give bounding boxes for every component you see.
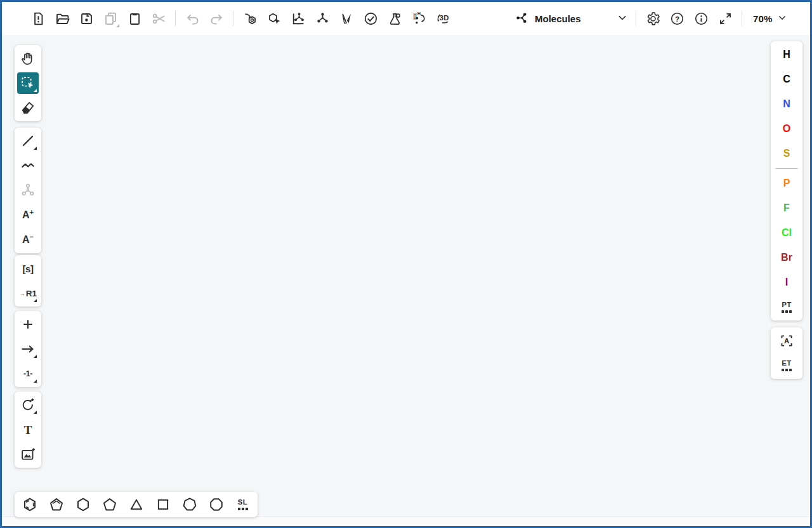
right-panel-atoms: H C N O S P F Cl Br I PT — [771, 41, 802, 320]
canvas-footer-strip — [2, 517, 810, 526]
3d-viewer-button[interactable]: 3D — [432, 8, 454, 29]
template-cyclopropane-button[interactable] — [124, 494, 148, 515]
dearomatize-button[interactable] — [311, 8, 333, 29]
reaction-plus-tool-button[interactable] — [17, 314, 39, 335]
template-benzene-button[interactable] — [17, 494, 42, 515]
save-button[interactable] — [75, 8, 97, 29]
bond-tool-button[interactable] — [17, 130, 39, 152]
erase-tool-button[interactable] — [17, 97, 39, 119]
atom-symbol: F — [783, 202, 790, 214]
atom-button-s[interactable]: S — [776, 143, 797, 164]
charge-minus-tool-button[interactable]: A− — [17, 229, 39, 251]
periodic-table-button[interactable]: PT — [776, 296, 797, 318]
reaction-mapping-tool-button[interactable]: -1- — [17, 363, 39, 385]
zoom-level-value: 70% — [753, 13, 773, 24]
explicit-hydrogens-button[interactable]: HHH — [408, 8, 429, 29]
template-cyclopentane-button[interactable] — [97, 494, 122, 515]
hand-icon — [20, 50, 36, 67]
open-button[interactable] — [51, 8, 73, 29]
atom-button-br[interactable]: Br — [776, 247, 797, 268]
atom-button-p[interactable]: P — [776, 173, 797, 194]
calculated-values-button[interactable] — [384, 8, 405, 29]
left-toolbar-group-sgroup: [s] →R1 — [15, 255, 41, 307]
template-cyclopentadiene-button[interactable] — [44, 494, 69, 515]
paste-button[interactable] — [124, 8, 145, 29]
atom-button-i[interactable]: I — [776, 272, 797, 293]
toolbar-separator — [742, 11, 742, 26]
help-button[interactable]: ? — [666, 8, 688, 29]
left-toolbar-group-reaction: -1- — [15, 311, 41, 387]
folder-open-icon — [55, 11, 70, 27]
heptagon-ring-icon — [181, 496, 198, 513]
atom-symbol: Cl — [782, 227, 792, 239]
document-exclamation-icon — [30, 11, 46, 27]
any-atom-button[interactable]: A — [776, 330, 797, 352]
structure-library-button[interactable]: SL — [230, 494, 255, 515]
copy-icon — [103, 11, 119, 27]
benzene-ring-icon — [22, 496, 38, 513]
atom-button-h[interactable]: H — [776, 44, 797, 65]
atom-button-c[interactable]: C — [776, 69, 797, 90]
charge-plus-tool-button[interactable]: A+ — [17, 204, 39, 226]
molecule-nodes-icon — [315, 11, 331, 27]
s-group-tool-button[interactable]: [s] — [17, 258, 39, 279]
attachment-arrow-icon: → — [19, 290, 25, 297]
clean-up-button[interactable] — [263, 8, 285, 29]
add-image-tool-button[interactable] — [17, 444, 39, 465]
cut-button[interactable] — [148, 8, 169, 29]
eraser-icon — [20, 100, 36, 116]
periodic-table-icon: PT — [782, 301, 792, 313]
layout-button[interactable] — [239, 8, 261, 29]
triangle-ring-icon — [128, 496, 145, 513]
calculate-cip-button[interactable] — [336, 8, 357, 29]
molecule-icon — [514, 10, 530, 27]
rotate-tool-button[interactable] — [17, 394, 39, 416]
reaction-arrow-tool-button[interactable] — [17, 338, 39, 360]
settings-button[interactable] — [642, 8, 664, 29]
clear-canvas-button[interactable] — [27, 8, 49, 29]
aromatize-button[interactable] — [287, 8, 309, 29]
minus-sign: − — [30, 234, 34, 241]
expand-arrows-icon — [717, 11, 733, 27]
atom-symbol: N — [783, 98, 790, 110]
drawing-canvas[interactable] — [2, 35, 810, 517]
undo-button[interactable] — [181, 8, 203, 29]
text-tool-button[interactable]: T — [17, 419, 39, 440]
template-cyclobutane-button[interactable] — [150, 494, 175, 515]
flask-icon — [387, 11, 403, 27]
selection-tool-button[interactable] — [17, 72, 39, 94]
atom-button-n[interactable]: N — [776, 93, 797, 115]
image-plus-icon — [20, 446, 36, 463]
extended-table-icon: ET — [782, 360, 792, 371]
3d-rotate-icon: 3D — [435, 11, 451, 27]
chain-tool-button[interactable] — [17, 155, 39, 176]
question-circle-icon: ? — [669, 11, 685, 27]
about-button[interactable] — [690, 8, 712, 29]
reaction-mapping-label: -1- — [23, 369, 32, 378]
octagon-ring-icon — [208, 496, 225, 513]
copy-button[interactable] — [100, 8, 121, 29]
r-group-tool-button[interactable]: →R1 — [17, 282, 39, 304]
template-cyclooctane-button[interactable] — [204, 494, 228, 515]
hand-tool-button[interactable] — [17, 48, 39, 69]
charge-minus-label: A — [22, 235, 30, 245]
redo-button[interactable] — [206, 8, 227, 29]
text-tool-label: T — [24, 424, 32, 436]
hexagon-ring-icon — [75, 496, 91, 513]
template-cyclohexane-button[interactable] — [70, 494, 95, 515]
extended-table-button[interactable]: ET — [776, 355, 797, 376]
check-structure-button[interactable] — [360, 8, 381, 29]
fullscreen-button[interactable] — [714, 8, 736, 29]
mode-selector-dropdown[interactable]: Molecules — [511, 7, 632, 30]
atom-button-cl[interactable]: Cl — [776, 222, 797, 244]
template-cycloheptane-button[interactable] — [177, 494, 202, 515]
top-toolbar: HHH 3D Molecules ? — [2, 2, 810, 35]
zoom-control-dropdown[interactable]: 70% — [748, 8, 789, 29]
chevron-down-icon — [616, 11, 629, 26]
stereochemistry-tool-button[interactable] — [17, 180, 39, 201]
atom-button-f[interactable]: F — [776, 197, 797, 219]
atom-button-o[interactable]: O — [776, 118, 797, 140]
stereo-wedges-icon — [339, 11, 355, 27]
plus-sign: + — [30, 209, 34, 216]
atom-symbol: O — [783, 123, 790, 135]
